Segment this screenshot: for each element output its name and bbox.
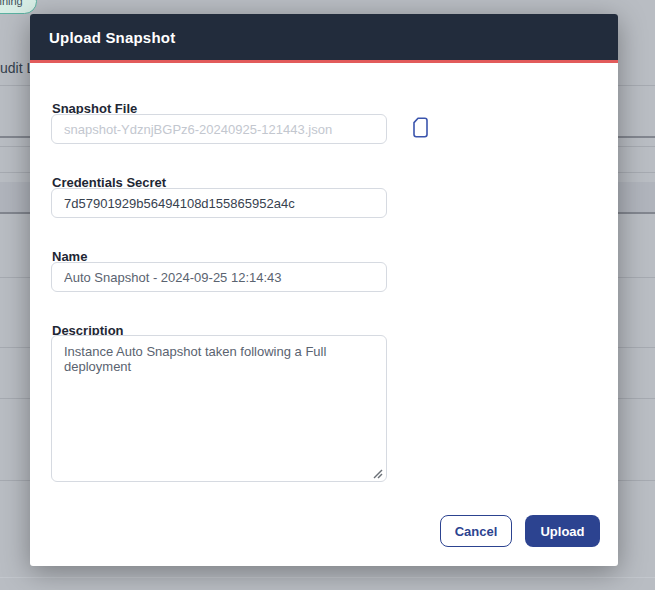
modal-header: Upload Snapshot: [30, 14, 618, 63]
textarea-resize-handle[interactable]: [370, 465, 383, 478]
bg-table-row-divider: [0, 577, 655, 578]
status-badge: running: [0, 0, 37, 14]
modal-title: Upload Snapshot: [49, 29, 175, 46]
name-input[interactable]: [51, 262, 387, 292]
file-picker-button[interactable]: [409, 117, 431, 141]
page: running udit L Upload Snapshot Snapshot …: [0, 0, 655, 590]
cancel-button[interactable]: Cancel: [440, 515, 512, 547]
credentials-secret-input[interactable]: [51, 188, 387, 218]
file-icon: [412, 126, 429, 141]
snapshot-file-input[interactable]: [51, 114, 387, 144]
upload-button[interactable]: Upload: [525, 515, 600, 547]
description-textarea[interactable]: Instance Auto Snapshot taken following a…: [51, 335, 387, 482]
status-badge-label: running: [0, 0, 23, 7]
upload-snapshot-modal: Upload Snapshot Snapshot File Credential…: [30, 14, 618, 566]
